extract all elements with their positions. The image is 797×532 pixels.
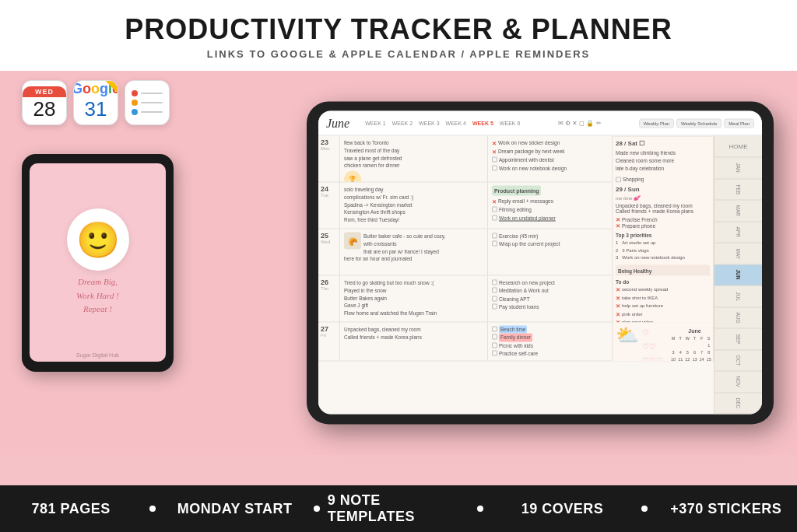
stat-monday: MONDAY START [163, 501, 305, 517]
stat-covers-value: 19 COVERS [521, 501, 604, 517]
day-24-tasks: Product planning ✕ Reply email + message… [488, 183, 613, 229]
meal-plan-btn[interactable]: Meal Plan [724, 118, 754, 128]
stat-templates-value: 9 NOTE TEMPLATES [328, 492, 469, 525]
month-tab-aug[interactable]: AUG [714, 307, 762, 329]
stat-dot-2 [314, 506, 320, 512]
line-3 [141, 111, 163, 113]
planner-top-buttons: Weekly Plan Weekly Schedule Meal Plan [639, 118, 754, 128]
month-tab-jan[interactable]: JAN [714, 158, 762, 180]
wed-extra-col: Top 3 priorities 1 Art studio set up 2 3… [613, 229, 714, 276]
content-area: WED 28 Google 31 [0, 71, 797, 455]
smiley-face: 🙂 [67, 208, 129, 271]
weekly-plan-btn[interactable]: Weekly Plan [639, 118, 674, 128]
month-tab-oct[interactable]: OCT [714, 350, 762, 372]
stat-stickers: +370 STICKERS [655, 501, 797, 517]
right-month-panel: HOME JAN FEB MAR APR MAY JUN JUL AUG SEP… [714, 136, 762, 415]
sub-title: LINKS TO GOOGLE & APPLE CALENDAR / APPLE… [16, 48, 781, 60]
day-25-notes: 🥐 Butter baker cafe - so cute and cozy,w… [340, 229, 488, 275]
day-23-notes: flew back to Toronto Traveled most of th… [340, 136, 488, 182]
home-tab[interactable]: HOME [714, 136, 762, 158]
month-tab-jul[interactable]: JUL [714, 286, 762, 308]
task-item: Work on undated planner [492, 214, 608, 222]
stat-monday-value: MONDAY START [177, 501, 293, 517]
week-3[interactable]: WEEK 3 [419, 121, 439, 126]
task-item: Wrap up the current project [492, 240, 608, 248]
task-item: Beach time [492, 326, 608, 334]
thu-extra-col: To do ✕ second weekly spread ✕ take shot… [613, 276, 714, 323]
month-tab-dec[interactable]: DEC [714, 393, 762, 415]
planner-month: June [326, 116, 349, 130]
calendar-icons-row: WED 28 Google 31 [22, 80, 170, 125]
sunday-col: 29 / Sun me time 💕 Unpacked bags, cleane… [613, 183, 714, 229]
task-item: ✕ Work on new sticker design [492, 139, 608, 148]
mini-motivational-text: Dream Big, Work Hard ! Repeat ! [76, 275, 119, 317]
mini-calendar: June M T W T F S S 12 [668, 326, 714, 359]
reminder-dot-blue [132, 109, 163, 115]
weekly-schedule-btn[interactable]: Weekly Schedule [676, 118, 722, 128]
dot-blue [132, 109, 138, 115]
week-4[interactable]: WEEK 4 [446, 121, 466, 126]
month-tab-may[interactable]: MAY [714, 243, 762, 265]
apple-calendar-icon[interactable]: WED 28 [22, 80, 67, 125]
month-tab-jun[interactable]: JUN [714, 264, 762, 286]
task-item: Research on new project [492, 279, 608, 287]
reminder-dot-orange [132, 100, 163, 106]
google-calendar-icon[interactable]: Google 31 [73, 80, 118, 125]
planner-icons: ✉ ⚙ ✕ ◻ 🔒 ✏ [558, 120, 602, 127]
task-item: Family dinner [492, 334, 608, 341]
week-2[interactable]: WEEK 2 [392, 121, 413, 126]
task-item: Work on new notebook design [492, 164, 608, 172]
day-27-tasks: Beach time Family dinner Picnic with kid… [488, 323, 613, 361]
week-1[interactable]: WEEK 1 [365, 121, 385, 126]
week-6[interactable]: WEEK 6 [500, 121, 520, 126]
day-row-24: 24 Tue solo traveling day complications … [318, 183, 714, 229]
task-item: Practice self-care [492, 350, 608, 358]
day-23-num: 23 Mon [318, 136, 340, 182]
day-27-notes: Unpacked bags, cleaned my room Called fr… [340, 323, 488, 361]
stat-dot-4 [641, 506, 648, 512]
day-24-notes: solo traveling day complications w/ Fr. … [340, 183, 488, 229]
mini-credit: Sugar Digital Hub [76, 352, 119, 358]
day-row-26: 26 Thu Tried to go skating but too much … [318, 276, 714, 323]
main-ipad: June WEEK 1 WEEK 2 WEEK 3 WEEK 4 WEEK 5 … [307, 101, 774, 424]
apple-calendar-date: 28 [33, 99, 56, 119]
to-do-3: ✕ help set up furniture [616, 303, 710, 311]
task-item: Exercise (45 min) [492, 233, 608, 240]
to-do-2: ✕ take shot to IKEA [616, 294, 710, 303]
month-tab-nov[interactable]: NOV [714, 372, 762, 394]
stat-dot-3 [477, 506, 483, 512]
day-23-tasks: ✕ Work on new sticker design ✕ Dream pac… [488, 136, 613, 182]
to-do-1: ✕ second weekly spread [616, 286, 710, 295]
line-1 [141, 93, 163, 94]
task-item: Picnic with kids [492, 341, 608, 349]
month-tab-sep[interactable]: SEP [714, 329, 762, 351]
day-24-num: 24 Tue [318, 183, 340, 229]
google-calendar-date: 31 [85, 97, 107, 121]
day-row-23: 23 Mon flew back to Toronto Traveled mos… [318, 136, 714, 183]
header-bar: PRODUCTIVITY TRACKER & PLANNER LINKS TO … [0, 0, 797, 71]
task-item: Appointment with dentist [492, 156, 608, 164]
day-row-27: 27 Fri Unpacked bags, cleaned my room Ca… [318, 323, 714, 362]
day-25-num: 25 Wed [318, 229, 340, 275]
day-row-25: 25 Wed 🥐 Butter baker cafe - so cute and… [318, 229, 714, 276]
planner-weeks: WEEK 1 WEEK 2 WEEK 3 WEEK 4 WEEK 5 WEEK … [365, 121, 520, 126]
task-item: Pay student loans [492, 303, 608, 311]
stat-templates: 9 NOTE TEMPLATES [328, 492, 469, 525]
month-tab-feb[interactable]: FEB [714, 179, 762, 201]
day-26-num: 26 Thu [318, 276, 340, 322]
day-26-tasks: Research on new project Meditation & Wor… [488, 276, 613, 322]
reminders-icon[interactable] [125, 80, 170, 125]
task-item: Cleaning APT [492, 295, 608, 303]
reminder-dot-red [132, 90, 163, 96]
day-27-num: 27 Fri [318, 323, 340, 361]
planner-header: June WEEK 1 WEEK 2 WEEK 3 WEEK 4 WEEK 5 … [318, 111, 762, 136]
month-tab-apr[interactable]: APR [714, 222, 762, 243]
stat-pages-value: 781 PAGES [32, 501, 111, 517]
week-5[interactable]: WEEK 5 [472, 121, 493, 126]
planner-main: 23 Mon flew back to Toronto Traveled mos… [318, 136, 714, 415]
month-tab-mar[interactable]: MAR [714, 201, 762, 222]
main-title: PRODUCTIVITY TRACKER & PLANNER [16, 14, 781, 45]
stats-bar: 781 PAGES MONDAY START 9 NOTE TEMPLATES … [0, 485, 797, 532]
task-item: ✕ Dream package by next week [492, 148, 608, 156]
apple-calendar-day: WED [23, 86, 66, 97]
